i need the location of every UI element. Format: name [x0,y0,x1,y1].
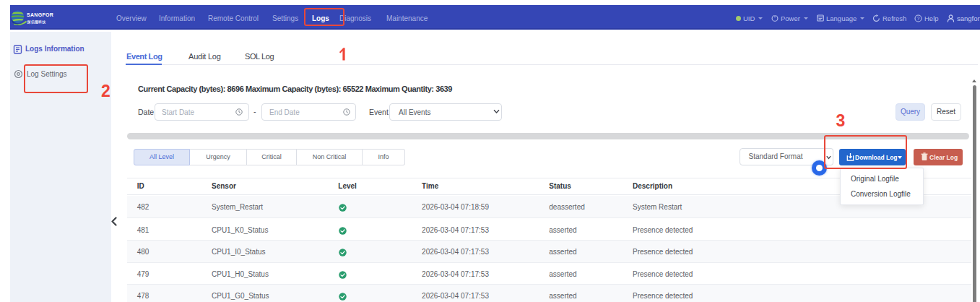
svg-text:?: ? [917,16,920,21]
